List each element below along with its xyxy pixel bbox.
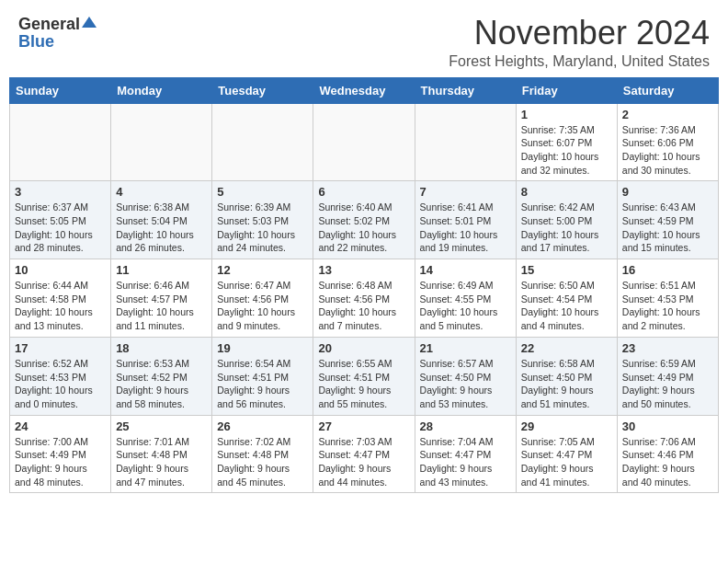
day-number: 29 [521, 419, 612, 433]
calendar-day-cell: 2Sunrise: 7:36 AM Sunset: 6:06 PM Daylig… [617, 103, 718, 181]
day-info: Sunrise: 7:06 AM Sunset: 4:46 PM Dayligh… [622, 435, 713, 489]
calendar-wrapper: SundayMondayTuesdayWednesdayThursdayFrid… [0, 77, 728, 503]
calendar-day-cell: 20Sunrise: 6:55 AM Sunset: 4:51 PM Dayli… [313, 337, 415, 415]
day-info: Sunrise: 6:37 AM Sunset: 5:05 PM Dayligh… [15, 201, 106, 255]
day-info: Sunrise: 6:59 AM Sunset: 4:49 PM Dayligh… [622, 357, 713, 411]
calendar-day-cell: 19Sunrise: 6:54 AM Sunset: 4:51 PM Dayli… [212, 337, 313, 415]
svg-marker-0 [82, 17, 97, 28]
day-info: Sunrise: 6:57 AM Sunset: 4:50 PM Dayligh… [420, 357, 511, 411]
calendar-day-cell [313, 103, 415, 181]
day-number: 9 [622, 185, 713, 199]
day-number: 30 [622, 419, 713, 433]
page-header: General Blue November 2024 Forest Height… [0, 0, 728, 77]
month-title: November 2024 [449, 15, 710, 52]
day-info: Sunrise: 6:52 AM Sunset: 4:53 PM Dayligh… [15, 357, 106, 411]
day-info: Sunrise: 7:04 AM Sunset: 4:47 PM Dayligh… [420, 435, 511, 489]
calendar-day-cell: 23Sunrise: 6:59 AM Sunset: 4:49 PM Dayli… [617, 337, 718, 415]
calendar-day-cell: 12Sunrise: 6:47 AM Sunset: 4:56 PM Dayli… [212, 259, 313, 338]
day-info: Sunrise: 6:54 AM Sunset: 4:51 PM Dayligh… [217, 357, 308, 411]
day-number: 16 [622, 263, 713, 277]
calendar-day-cell: 26Sunrise: 7:02 AM Sunset: 4:48 PM Dayli… [212, 415, 313, 493]
day-info: Sunrise: 6:47 AM Sunset: 4:56 PM Dayligh… [217, 279, 308, 333]
logo: General Blue [18, 15, 97, 50]
calendar-day-cell: 7Sunrise: 6:41 AM Sunset: 5:01 PM Daylig… [415, 181, 516, 259]
day-info: Sunrise: 7:03 AM Sunset: 4:47 PM Dayligh… [318, 435, 409, 489]
calendar-day-cell: 4Sunrise: 6:38 AM Sunset: 5:04 PM Daylig… [111, 181, 212, 259]
weekday-header: Saturday [617, 77, 718, 103]
calendar-day-cell: 22Sunrise: 6:58 AM Sunset: 4:50 PM Dayli… [516, 337, 617, 415]
calendar-week-row: 3Sunrise: 6:37 AM Sunset: 5:05 PM Daylig… [10, 181, 719, 259]
day-number: 20 [318, 341, 409, 355]
day-info: Sunrise: 7:36 AM Sunset: 6:06 PM Dayligh… [622, 123, 713, 178]
day-number: 13 [318, 263, 409, 277]
day-info: Sunrise: 7:00 AM Sunset: 4:49 PM Dayligh… [15, 435, 106, 489]
day-number: 15 [521, 263, 612, 277]
day-number: 19 [217, 341, 308, 355]
calendar-day-cell: 9Sunrise: 6:43 AM Sunset: 4:59 PM Daylig… [617, 181, 718, 259]
calendar-week-row: 24Sunrise: 7:00 AM Sunset: 4:49 PM Dayli… [10, 415, 719, 493]
calendar-day-cell: 29Sunrise: 7:05 AM Sunset: 4:47 PM Dayli… [516, 415, 617, 493]
day-number: 5 [217, 185, 308, 199]
calendar-day-cell: 10Sunrise: 6:44 AM Sunset: 4:58 PM Dayli… [10, 259, 111, 338]
logo-general-text: General [18, 16, 80, 32]
day-info: Sunrise: 6:40 AM Sunset: 5:02 PM Dayligh… [318, 201, 409, 255]
day-number: 28 [420, 419, 511, 433]
weekday-header-row: SundayMondayTuesdayWednesdayThursdayFrid… [10, 77, 719, 103]
day-number: 17 [15, 341, 106, 355]
day-info: Sunrise: 6:44 AM Sunset: 4:58 PM Dayligh… [15, 279, 106, 333]
calendar-day-cell [111, 103, 212, 181]
calendar-day-cell: 1Sunrise: 7:35 AM Sunset: 6:07 PM Daylig… [516, 103, 617, 181]
day-info: Sunrise: 7:01 AM Sunset: 4:48 PM Dayligh… [116, 435, 207, 489]
calendar-table: SundayMondayTuesdayWednesdayThursdayFrid… [9, 77, 719, 494]
day-number: 27 [318, 419, 409, 433]
weekday-header: Sunday [10, 77, 111, 103]
calendar-day-cell: 16Sunrise: 6:51 AM Sunset: 4:53 PM Dayli… [617, 259, 718, 338]
calendar-day-cell: 30Sunrise: 7:06 AM Sunset: 4:46 PM Dayli… [617, 415, 718, 493]
calendar-day-cell: 18Sunrise: 6:53 AM Sunset: 4:52 PM Dayli… [111, 337, 212, 415]
day-number: 10 [15, 263, 106, 277]
day-info: Sunrise: 6:51 AM Sunset: 4:53 PM Dayligh… [622, 279, 713, 333]
calendar-week-row: 1Sunrise: 7:35 AM Sunset: 6:07 PM Daylig… [10, 103, 719, 181]
logo-blue-text: Blue [18, 33, 54, 50]
day-number: 7 [420, 185, 511, 199]
day-info: Sunrise: 7:05 AM Sunset: 4:47 PM Dayligh… [521, 435, 612, 489]
calendar-day-cell: 6Sunrise: 6:40 AM Sunset: 5:02 PM Daylig… [313, 181, 415, 259]
weekday-header: Friday [516, 77, 617, 103]
day-number: 12 [217, 263, 308, 277]
day-number: 25 [116, 419, 207, 433]
calendar-day-cell: 5Sunrise: 6:39 AM Sunset: 5:03 PM Daylig… [212, 181, 313, 259]
calendar-day-cell: 13Sunrise: 6:48 AM Sunset: 4:56 PM Dayli… [313, 259, 415, 338]
weekday-header: Wednesday [313, 77, 415, 103]
calendar-day-cell: 17Sunrise: 6:52 AM Sunset: 4:53 PM Dayli… [10, 337, 111, 415]
day-number: 2 [622, 108, 713, 121]
calendar-week-row: 17Sunrise: 6:52 AM Sunset: 4:53 PM Dayli… [10, 337, 719, 415]
day-number: 26 [217, 419, 308, 433]
day-info: Sunrise: 6:43 AM Sunset: 4:59 PM Dayligh… [622, 201, 713, 255]
calendar-week-row: 10Sunrise: 6:44 AM Sunset: 4:58 PM Dayli… [10, 259, 719, 338]
calendar-day-cell: 27Sunrise: 7:03 AM Sunset: 4:47 PM Dayli… [313, 415, 415, 493]
calendar-day-cell: 8Sunrise: 6:42 AM Sunset: 5:00 PM Daylig… [516, 181, 617, 259]
day-info: Sunrise: 6:50 AM Sunset: 4:54 PM Dayligh… [521, 279, 612, 333]
day-info: Sunrise: 6:48 AM Sunset: 4:56 PM Dayligh… [318, 279, 409, 333]
location-title: Forest Heights, Maryland, United States [449, 53, 710, 70]
calendar-day-cell: 21Sunrise: 6:57 AM Sunset: 4:50 PM Dayli… [415, 337, 516, 415]
day-info: Sunrise: 6:46 AM Sunset: 4:57 PM Dayligh… [116, 279, 207, 333]
day-number: 1 [521, 108, 612, 121]
calendar-day-cell: 3Sunrise: 6:37 AM Sunset: 5:05 PM Daylig… [10, 181, 111, 259]
weekday-header: Monday [111, 77, 212, 103]
calendar-day-cell: 28Sunrise: 7:04 AM Sunset: 4:47 PM Dayli… [415, 415, 516, 493]
day-info: Sunrise: 7:35 AM Sunset: 6:07 PM Dayligh… [521, 123, 612, 178]
day-info: Sunrise: 6:55 AM Sunset: 4:51 PM Dayligh… [318, 357, 409, 411]
day-info: Sunrise: 6:49 AM Sunset: 4:55 PM Dayligh… [420, 279, 511, 333]
calendar-day-cell [212, 103, 313, 181]
day-info: Sunrise: 6:53 AM Sunset: 4:52 PM Dayligh… [116, 357, 207, 411]
day-info: Sunrise: 6:41 AM Sunset: 5:01 PM Dayligh… [420, 201, 511, 255]
title-block: November 2024 Forest Heights, Maryland, … [449, 15, 710, 70]
weekday-header: Tuesday [212, 77, 313, 103]
calendar-day-cell: 24Sunrise: 7:00 AM Sunset: 4:49 PM Dayli… [10, 415, 111, 493]
day-number: 14 [420, 263, 511, 277]
day-number: 18 [116, 341, 207, 355]
calendar-day-cell [415, 103, 516, 181]
calendar-day-cell [10, 103, 111, 181]
calendar-day-cell: 14Sunrise: 6:49 AM Sunset: 4:55 PM Dayli… [415, 259, 516, 338]
